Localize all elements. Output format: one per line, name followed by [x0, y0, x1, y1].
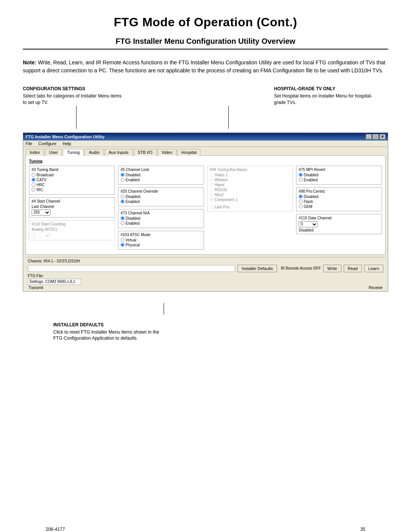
irc-radio-row: IRC — [32, 188, 112, 192]
irc-radio[interactable] — [32, 188, 35, 192]
mpi-enabled-label: Enabled — [304, 178, 318, 182]
close-button[interactable]: ✕ — [379, 134, 386, 139]
window-title: FTG Installer Menu Configuration Utility — [25, 134, 105, 139]
start-counting-title: #116 Start Counting — [32, 222, 112, 226]
learn-button[interactable]: Learn — [364, 265, 383, 272]
data-channel-disabled-label: Disabled — [299, 228, 379, 232]
lower-annotations-section: INSTALLER DEFAULTS Click to reset FTG In… — [23, 322, 388, 342]
mpi-revert-title: #75 MPI Revert — [299, 168, 379, 172]
maximize-button[interactable]: □ — [373, 134, 379, 139]
hipmi-radio[interactable] — [210, 183, 213, 187]
ntrs2-row: Ntrs2 — [210, 193, 290, 197]
window-menubar: File Configure Help — [23, 141, 388, 147]
component-radio[interactable] — [210, 198, 213, 201]
ch-override-enabled-label: Enabled — [126, 200, 140, 204]
ch-override-enabled-row: Enabled — [121, 200, 201, 204]
atsc-physical-radio[interactable] — [121, 243, 124, 247]
hipmi-row: Hipmi — [210, 183, 290, 187]
annotation-config: CONFIGURATION SETTINGS Select tabs for c… — [23, 86, 129, 106]
channel-lock-group: #5 Channel Lock Disabled Enabled — [118, 166, 204, 185]
component-label: Component 1 — [215, 198, 237, 202]
channel-lock-disabled-radio[interactable] — [121, 173, 124, 177]
mpi-disabled-label: Disabled — [304, 173, 319, 177]
ir-remote-label: IR Remote Access OFF — [281, 266, 321, 270]
footer-right: 35 — [360, 527, 365, 532]
tab-tuning[interactable]: Tuning — [63, 149, 84, 156]
start-channel-group: #4 Start Channel Last Channel 255 — [29, 197, 115, 217]
title-divider — [23, 49, 388, 50]
ntrs2-radio[interactable] — [210, 193, 213, 197]
pro-gem-label: GEM — [304, 204, 312, 209]
broadcast-radio[interactable] — [32, 173, 35, 177]
tuning-col-2: #5 Channel Lock Disabled Enabled # — [118, 166, 204, 251]
channel-lock-enabled-label: Enabled — [126, 178, 140, 182]
tab-stb-io[interactable]: STB I/O — [134, 149, 157, 156]
tabs-row: Index User Tuning Audio Aux Inputs STB I… — [23, 147, 388, 155]
transmit-receive-row: Transmit Receive — [28, 286, 383, 290]
lastpos-row: Last Pos — [210, 205, 290, 209]
menu-configure[interactable]: Configure — [38, 141, 57, 146]
tab-aux-inputs[interactable]: Aux Inputs — [105, 149, 133, 156]
mpi-enabled-row: Enabled — [299, 178, 379, 182]
tab-audio[interactable]: Audio — [84, 149, 104, 156]
analog-ntsc-label: Analog (NTSC) — [32, 227, 112, 232]
page-title: FTG Mode of Operation (Cont.) — [23, 15, 388, 29]
ch-override-enabled-radio[interactable] — [121, 200, 124, 203]
tuning-col-3: #49 Tuning Aux Assoc. Video 1 Wheem — [207, 166, 293, 251]
ch-na-disabled-label: Disabled — [126, 216, 140, 220]
bottom-text-input[interactable] — [28, 265, 235, 272]
start-channel-select[interactable]: 255 — [32, 209, 51, 216]
lastpos-radio[interactable] — [210, 205, 213, 209]
minimize-button[interactable]: _ — [366, 134, 372, 139]
read-button[interactable]: Read — [344, 265, 362, 272]
data-channel-select[interactable]: 0 — [299, 221, 318, 227]
pro-gem-radio[interactable] — [299, 204, 303, 208]
settings-row — [28, 279, 383, 285]
installer-defaults-annotation: INSTALLER DEFAULTS Click to reset FTG In… — [53, 322, 160, 342]
ch-na-enabled-radio[interactable] — [121, 221, 124, 225]
installer-defaults-button[interactable]: Installer Defaults — [237, 265, 277, 272]
channel-lock-title: #5 Channel Lock — [121, 168, 201, 172]
hrc-radio[interactable] — [32, 183, 35, 187]
right-pointer-line — [228, 106, 229, 129]
lower-pointer-line — [164, 303, 164, 315]
write-button[interactable]: Write — [323, 265, 341, 272]
ch-override-disabled-radio[interactable] — [121, 195, 124, 198]
irc-label: IRC — [37, 188, 43, 192]
rgs31-radio[interactable] — [210, 188, 213, 192]
ch-na-disabled-radio[interactable] — [121, 216, 124, 220]
left-pointer-line — [76, 106, 76, 129]
tab-user[interactable]: User — [45, 149, 62, 156]
transmit-label: Transmit — [29, 286, 43, 290]
annotation-hospital: HOSPITAL-GRADE TV ONLY Set Hospital item… — [266, 86, 373, 106]
channel-lock-enabled-radio[interactable] — [121, 178, 124, 182]
channel-override-title: #20 Channel Override — [121, 189, 201, 193]
tab-index[interactable]: Index — [25, 149, 44, 156]
video1-radio[interactable] — [210, 173, 213, 177]
lower-pointer-area — [23, 303, 388, 315]
tab-hospital[interactable]: Hospital — [177, 149, 201, 156]
mpi-disabled-radio[interactable] — [299, 173, 303, 177]
start-count-select[interactable]: 1 — [32, 232, 51, 238]
atsc-virtual-radio[interactable] — [121, 238, 124, 242]
lastpos-label: Last Pos — [215, 205, 229, 209]
pro-disabled-radio[interactable] — [299, 195, 303, 198]
pro-flash-radio[interactable] — [299, 200, 303, 203]
settings-input[interactable] — [28, 279, 81, 285]
wheem-radio[interactable] — [210, 178, 213, 182]
video1-label: Video 1 — [215, 173, 228, 177]
window-bottom-area: Chassis: #54-1 - 32/37LD310H Installer D… — [25, 257, 386, 291]
pro-flash-label: Flash — [304, 200, 313, 204]
pro-disabled-row: Disabled — [299, 195, 379, 199]
tuning-aux-title: #49 Tuning Aux Assoc. — [210, 168, 290, 172]
bottom-controls-row: Installer Defaults IR Remote Access OFF … — [28, 265, 383, 272]
tab-video[interactable]: Video — [158, 149, 177, 156]
menu-help[interactable]: Help — [62, 141, 71, 146]
hrc-label: HRC — [37, 183, 45, 187]
menu-file[interactable]: File — [25, 141, 32, 146]
pro-disabled-label: Disabled — [304, 195, 319, 199]
note-body: Write, Read, Learn, and IR Remote Access… — [23, 59, 386, 73]
catv-radio[interactable] — [32, 178, 35, 182]
app-window: FTG Installer Menu Configuration Utility… — [23, 133, 388, 292]
mpi-enabled-radio[interactable] — [299, 178, 303, 182]
